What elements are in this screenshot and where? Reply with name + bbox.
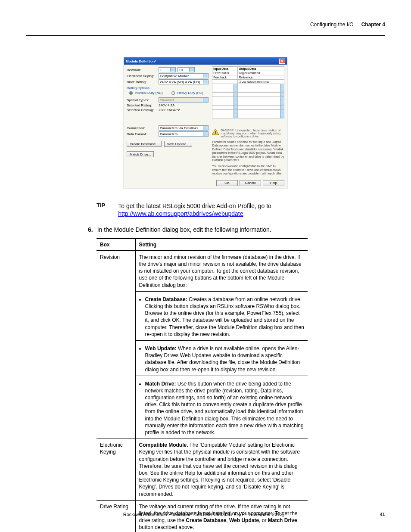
- th-setting: Setting: [135, 239, 308, 251]
- drive-rating-select[interactable]: 240V 4.2A (ND) 4.2A (HD): [159, 79, 209, 84]
- table-row-setting: Match Drive: Use this button when the dr…: [135, 376, 308, 439]
- connection-label: Connection:: [127, 126, 157, 130]
- revision-label: Revision:: [127, 68, 157, 72]
- close-icon[interactable]: ×: [279, 59, 285, 64]
- special-types-select: Standard: [159, 97, 209, 103]
- revision-minor-select[interactable]: 10: [177, 67, 195, 72]
- dialog-title: Module Definition*: [126, 59, 156, 63]
- warning-icon: !: [212, 129, 219, 135]
- rating-options-group: Rating Options Normal Duty (ND) Heavy Du…: [127, 86, 209, 95]
- match-drive-button[interactable]: Match Drive...: [127, 151, 154, 157]
- dialog-info-2: You must download configuration to the d…: [212, 165, 284, 175]
- th-box: Box: [97, 239, 135, 251]
- connection-select[interactable]: Parameters via Datalinks: [159, 125, 209, 131]
- settings-table: Box Setting RevisionThe major and minor …: [97, 238, 308, 532]
- danger-text: DANGER: Unexpected, hazardous motion of …: [221, 129, 284, 138]
- header-chapter: Chapter 4: [361, 22, 385, 28]
- heavy-duty-radio[interactable]: [171, 91, 175, 95]
- tip-link[interactable]: http://www.ab.comsupport/abdrives/webupd…: [118, 210, 243, 217]
- help-button[interactable]: Help: [263, 180, 284, 186]
- web-update-button[interactable]: Web Update...: [164, 141, 192, 147]
- tip-label: TIP: [97, 202, 105, 218]
- ok-button[interactable]: OK: [216, 180, 238, 186]
- create-database-button[interactable]: Create Database...: [127, 141, 162, 147]
- data-format-label: Data Format:: [127, 132, 157, 136]
- header-rule: [26, 35, 385, 36]
- selected-catalog-value: 20G11NB4P2: [159, 108, 180, 112]
- table-row-setting: Create Database: Creates a database from…: [135, 291, 308, 340]
- module-definition-dialog: Module Definition* × Revision: 1 10 Elec…: [124, 57, 287, 189]
- table-row-box: Electronic Keying: [97, 439, 135, 501]
- footer-page-number: 41: [380, 512, 385, 517]
- ek-label: Electronic Keying:: [127, 74, 157, 78]
- electronic-keying-select[interactable]: Compatible Module: [159, 73, 209, 78]
- selected-catalog-label: Selected Catalog:: [127, 108, 157, 112]
- dialog-info-1: Parameter names selected for the Input a…: [212, 140, 284, 162]
- tip-text: To get the latest RSLogix 5000 drive Add…: [118, 202, 385, 218]
- table-row-setting: Web Update: When a drive is not availabl…: [135, 340, 308, 376]
- data-format-select[interactable]: Parameters: [159, 131, 209, 137]
- dr-label: Drive Rating:: [127, 80, 157, 84]
- heavy-duty-label: Heavy Duty (HD): [177, 91, 203, 95]
- table-row-setting: Compatible Module. The 'Compatible Modul…: [135, 439, 308, 501]
- special-types-label: Special Types:: [127, 98, 157, 102]
- table-row-box: Revision: [97, 251, 135, 439]
- footer-publication: Rockwell Automation Publication 750COM-U…: [123, 512, 283, 517]
- normal-duty-radio[interactable]: [129, 91, 133, 95]
- selected-rating-value: 240V 4.2A: [159, 103, 174, 107]
- io-data-table: Input DataOutput Data DriveStatusLogicCo…: [212, 66, 284, 118]
- svg-text:!: !: [215, 131, 216, 135]
- revision-major-select[interactable]: 1: [159, 67, 176, 72]
- header-section: Configuring the I/O: [310, 22, 354, 28]
- normal-duty-label: Normal Duty (ND): [135, 91, 163, 95]
- step-number: 6.: [88, 226, 93, 233]
- table-row-setting: The major and minor revision of the firm…: [135, 251, 308, 291]
- cancel-button[interactable]: Cancel: [240, 180, 261, 186]
- selected-rating-label: Selected Rating:: [127, 103, 157, 107]
- step-text: In the Module Definition dialog box, edi…: [97, 226, 271, 233]
